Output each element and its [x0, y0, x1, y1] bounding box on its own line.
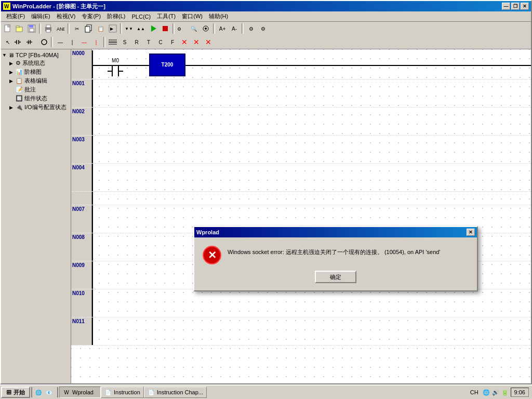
tb-monitor[interactable]: ⚙	[176, 23, 188, 34]
title-buttons: — ❐ ✕	[502, 3, 529, 10]
volume-icon: 🔊	[492, 389, 499, 396]
menu-help[interactable]: 辅助(H)	[206, 11, 231, 21]
row-label-n011: N011	[71, 317, 92, 345]
svg-rect-20	[163, 26, 168, 31]
ladder-row-n000: N000 M0	[71, 49, 531, 79]
taskbar-label-wprolad: Wprolad	[72, 389, 94, 395]
menu-ladder[interactable]: 阶梯(L)	[104, 11, 128, 21]
restore-button[interactable]: ❐	[511, 3, 520, 10]
tb-download[interactable]: ▼▼	[124, 23, 135, 34]
tb-power[interactable]: S	[119, 36, 130, 48]
dialog-ok-button[interactable]: 确定	[315, 271, 356, 283]
tb-wire-v[interactable]: |	[66, 36, 78, 48]
sidebar-item-notes[interactable]: 📝 批注	[2, 85, 70, 94]
menu-tools[interactable]: 工具(T)	[154, 11, 179, 21]
tb-coil[interactable]	[38, 36, 49, 48]
taskbar-divider-1	[31, 387, 32, 397]
sidebar-item-table[interactable]: ▶ 📋 表格编辑	[2, 76, 70, 85]
tb-open[interactable]	[14, 23, 25, 34]
dialog-footer: 确定	[194, 271, 477, 290]
tb-run[interactable]	[148, 23, 159, 34]
tb-contact-no[interactable]	[14, 36, 25, 48]
row-label-n005	[71, 192, 92, 205]
tb-insert-row[interactable]	[107, 36, 118, 48]
dialog-body: ✕ Windows socket error: 远程主机强迫关闭了一个现有的连接…	[194, 237, 477, 271]
sidebar: ▼ 🖥 TCP [FBs-40MA] ▶ ⚙ 系统组态 ▶ 📊 阶梯图 ▶ 📋 …	[1, 49, 71, 383]
dialog-close-button[interactable]: ✕	[467, 229, 475, 236]
timer-block-t200: T200	[149, 54, 185, 76]
sidebar-item-components[interactable]: 🔲 组件状态	[2, 94, 70, 103]
svg-text:▼▼: ▼▼	[125, 26, 133, 31]
tb-extra1[interactable]: ⚙	[245, 23, 257, 34]
tb-x-del[interactable]: ✕	[179, 36, 190, 48]
menu-view[interactable]: 检视(V)	[54, 11, 79, 21]
sidebar-item-io[interactable]: ▶ 🔌 I/O编号配置状态	[2, 103, 70, 112]
tb-extra2[interactable]: ⚙	[257, 23, 269, 34]
wprolad-icon: W	[63, 389, 70, 396]
quick-launch-ie[interactable]: 🌐	[33, 387, 44, 397]
svg-text:W: W	[4, 4, 9, 9]
tb-func[interactable]: F	[167, 36, 178, 48]
tb-del-v[interactable]: |	[90, 36, 102, 48]
toolbar-sep-7	[51, 37, 53, 47]
sidebar-item-syscfg[interactable]: ▶ ⚙ 系统组态	[2, 59, 70, 68]
svg-rect-5	[16, 26, 19, 28]
tb-timer[interactable]: T	[143, 36, 154, 48]
start-button[interactable]: ⊞ 开始	[1, 387, 30, 398]
menu-plc[interactable]: PLC(C)	[129, 12, 154, 21]
svg-rect-14	[85, 26, 90, 32]
tb-compile[interactable]: ▶	[107, 23, 118, 34]
taskbar-btn-wprolad[interactable]: W Wprolad	[59, 387, 101, 398]
tb-zoom-out[interactable]: A-	[229, 23, 240, 34]
row-label-n000: N000	[71, 49, 92, 79]
row-label-n002: N002	[71, 108, 92, 135]
menu-project[interactable]: 专案(P)	[78, 11, 104, 21]
sidebar-item-ladder[interactable]: ▶ 📊 阶梯图	[2, 68, 70, 76]
dialog-message: Windows socket error: 远程主机强迫关闭了一个现有的连接。 …	[228, 246, 469, 257]
tb-print[interactable]	[43, 23, 54, 34]
tb-copy[interactable]	[83, 23, 95, 34]
menu-window[interactable]: 窗口(W)	[179, 11, 206, 21]
row-label-n008: N008	[71, 233, 92, 261]
svg-rect-8	[30, 29, 34, 32]
svg-marker-19	[151, 25, 156, 32]
ladder-row-n010: N010	[71, 289, 531, 317]
contact-m0: M0	[108, 58, 123, 78]
menu-file[interactable]: 档案(F)	[3, 11, 28, 21]
tb-reset[interactable]: R	[131, 36, 142, 48]
tb-counter[interactable]: C	[155, 36, 166, 48]
tb-x-del2[interactable]: ✕	[191, 36, 202, 48]
taskbar-divider-2	[57, 387, 58, 397]
title-bar: W WinProLadder - [阶梯图 - 主单元一] — ❐ ✕	[1, 1, 531, 11]
tb-stop[interactable]	[159, 23, 171, 34]
tb-save[interactable]	[26, 23, 37, 34]
taskbar-btn-instruction[interactable]: 📄 Instruction	[101, 387, 144, 398]
tb-search[interactable]: 🔍	[188, 23, 200, 34]
content-area: ▼ 🖥 TCP [FBs-40MA] ▶ ⚙ 系统组态 ▶ 📊 阶梯图 ▶ 📋 …	[1, 49, 531, 383]
main-window: W WinProLadder - [阶梯图 - 主单元一] — ❐ ✕ 档案(F…	[0, 0, 532, 384]
minimize-button[interactable]: —	[502, 3, 510, 10]
tb-contact-nc[interactable]	[26, 36, 37, 48]
tb-cursor[interactable]: ↖	[2, 36, 14, 48]
sidebar-root[interactable]: ▼ 🖥 TCP [FBs-40MA]	[2, 51, 70, 59]
tb-zoom-in[interactable]: A+	[217, 23, 228, 34]
start-label: 开始	[14, 389, 25, 396]
tb-paste[interactable]: 📋	[95, 23, 107, 34]
ladder-area[interactable]: N000 M0	[71, 49, 531, 383]
tb-wire-h[interactable]: —	[55, 36, 66, 48]
tb-upload[interactable]: ▲▲	[136, 23, 147, 34]
menu-edit[interactable]: 编辑(E)	[28, 11, 54, 21]
menu-bar: 档案(F) 编辑(E) 检视(V) 专案(P) 阶梯(L) PLC(C) 工具(…	[1, 11, 531, 22]
expand-icon: ▼	[2, 52, 8, 58]
tb-cut[interactable]: ✂	[71, 23, 83, 34]
taskbar-btn-instruction-chap[interactable]: 📄 Instruction Chap...	[144, 387, 207, 398]
tb-del-h[interactable]: —	[78, 36, 90, 48]
toolbar-sep-6	[242, 23, 244, 34]
row-label-n004: N004	[71, 164, 92, 191]
tb-settings[interactable]	[200, 23, 211, 34]
tb-new[interactable]	[2, 23, 14, 34]
tb-x-del3[interactable]: ✕	[203, 36, 214, 48]
quick-launch-email[interactable]: 📧	[44, 387, 54, 397]
close-button[interactable]: ✕	[521, 3, 529, 10]
tb-btn1[interactable]: AND	[55, 23, 66, 34]
